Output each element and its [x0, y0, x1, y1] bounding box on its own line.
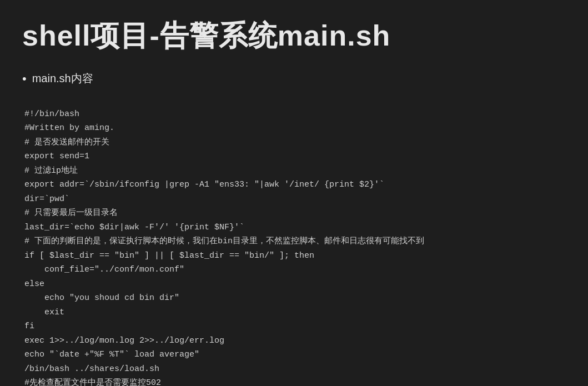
- code-line: echo "you shoud cd bin dir": [24, 291, 566, 305]
- code-line: # 下面的判断目的是，保证执行脚本的时候，我们在bin目录里，不然监控脚本、邮件…: [24, 234, 566, 249]
- code-line: dir=`pwd`: [24, 192, 566, 207]
- section-header: • main.sh内容: [22, 71, 566, 86]
- code-line: export send=1: [24, 149, 566, 164]
- code-line: exec 1>>../log/mon.log 2>>../log/err.log: [24, 334, 566, 348]
- code-line: echo "`date +"%F %T"` load average": [24, 348, 566, 362]
- page-title: shell项目-告警系统main.sh: [22, 17, 566, 56]
- code-line: exit: [24, 305, 566, 320]
- code-line: if [ $last_dir == "bin" ] || [ $last_dir…: [24, 249, 566, 263]
- bullet-icon: •: [22, 72, 27, 86]
- code-line: # 只需要最后一级目录名: [24, 206, 566, 220]
- code-line: last_dir=`echo $dir|awk -F'/' '{print $N…: [24, 220, 566, 235]
- code-line: #Written by aming.: [24, 121, 566, 136]
- code-line: # 是否发送邮件的开关: [24, 136, 566, 150]
- code-line: /bin/bash ../shares/load.sh: [24, 362, 566, 377]
- code-line: # 过滤ip地址: [24, 164, 566, 178]
- code-line: conf_file="../conf/mon.conf": [24, 263, 566, 277]
- code-line: else: [24, 277, 566, 292]
- code-line: fi: [24, 319, 566, 334]
- code-line: #!/bin/bash: [24, 107, 566, 122]
- code-line: #先检查配置文件中是否需要监控502: [24, 376, 566, 386]
- section-label: main.sh内容: [32, 71, 93, 86]
- code-block: #!/bin/bash#Written by aming.# 是否发送邮件的开关…: [22, 93, 566, 386]
- code-line: export addr=`/sbin/ifconfig |grep -A1 "e…: [24, 178, 566, 192]
